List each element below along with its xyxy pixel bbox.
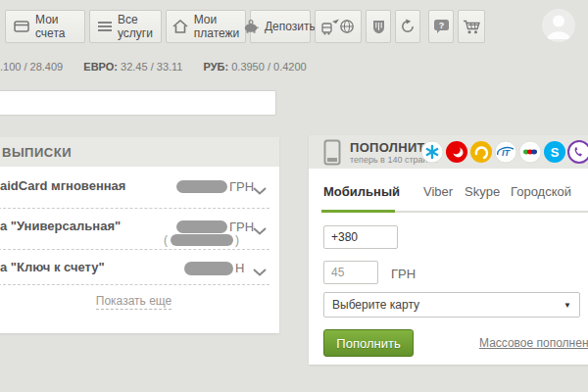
- home-icon: [172, 20, 188, 33]
- phone-icon: [323, 139, 341, 170]
- toolbar-tab-all-services[interactable]: Все услуги: [89, 10, 162, 43]
- rate-label: РУБ:: [204, 61, 229, 73]
- masked-amount: [176, 220, 227, 233]
- account-name: а "Универсальная": [0, 219, 121, 233]
- tab-city[interactable]: Городской: [511, 184, 571, 199]
- show-more-link[interactable]: Показать еще: [0, 294, 279, 308]
- masked-amount: [176, 180, 227, 193]
- rate-value: 0.3950 / 0.4200: [231, 61, 306, 73]
- tab-skype[interactable]: Skype: [465, 184, 500, 199]
- travel-icon: [321, 18, 355, 35]
- viber-logo-icon: [567, 140, 588, 164]
- statements-panel-header: ВЫПИСКИ: [0, 137, 279, 167]
- history-icon: [400, 19, 416, 34]
- select-caret-icon: ▼: [564, 301, 571, 310]
- 3mob-logo-icon: [518, 140, 542, 164]
- toolbar-tab-label: Мои счета: [35, 13, 76, 40]
- tab-viber[interactable]: Viber: [423, 184, 453, 199]
- chevron-down-icon[interactable]: [253, 221, 267, 239]
- topup-panel: ПОПОЛНИТЬ теперь в 140 странах IT: [309, 135, 588, 365]
- account-currency: ГРН: [229, 220, 254, 234]
- skype-logo-icon: S: [543, 140, 566, 164]
- menu-icon: [98, 21, 112, 32]
- currency-rates: .100 / 28.409 ЕВРО: 32.45 / 33.11 РУБ: 0…: [0, 61, 324, 73]
- operator-logos: IT S: [420, 140, 588, 164]
- search-input[interactable]: [0, 90, 276, 116]
- piggy-icon: [243, 20, 259, 33]
- bulk-topup-link[interactable]: Массовое пополнение: [479, 336, 588, 350]
- tab-mobile[interactable]: Мобильный: [323, 184, 400, 199]
- toolbar-button-travel[interactable]: [315, 10, 362, 43]
- toolbar-tab-my-payments[interactable]: Мои платежи: [166, 10, 246, 43]
- account-name: aidCard мгновенная: [0, 178, 125, 193]
- active-tab-underline: [321, 210, 395, 213]
- rate-value: .100 / 28.409: [0, 61, 63, 73]
- help-icon: ?: [433, 19, 450, 34]
- toolbar-tab-label: Все услуги: [118, 13, 153, 40]
- toolbar-tab-label: Мои платежи: [194, 13, 240, 40]
- toolbar-tab-label: Депозиты: [265, 20, 318, 33]
- account-row[interactable]: а "Универсальная" ГРН ( ): [0, 208, 279, 249]
- statements-panel: ВЫПИСКИ aidCard мгновенная ГРН а "Универ…: [0, 137, 279, 333]
- chevron-down-icon[interactable]: [253, 181, 267, 199]
- toolbar-tab-my-accounts[interactable]: Мои счета: [5, 10, 85, 43]
- user-avatar[interactable]: [541, 8, 576, 43]
- vodafone-logo-icon: [445, 140, 468, 164]
- kyivstar-logo-icon: [420, 140, 444, 164]
- topup-submit-button[interactable]: Пополнить: [323, 329, 414, 357]
- trident-icon: [372, 20, 385, 34]
- toolbar-button-history[interactable]: [395, 10, 420, 43]
- amount-input[interactable]: [323, 261, 378, 284]
- toolbar-button-trident[interactable]: [366, 10, 391, 43]
- account-currency: ГРН: [229, 179, 254, 194]
- intertelecom-logo-icon: IT: [494, 140, 517, 164]
- account-currency: Н: [235, 261, 244, 275]
- phone-number-input[interactable]: [323, 225, 398, 249]
- svg-text:?: ?: [438, 21, 444, 30]
- card-icon: [14, 21, 29, 32]
- chevron-down-icon[interactable]: [253, 263, 267, 280]
- topup-panel-header: ПОПОЛНИТЬ теперь в 140 странах IT: [309, 135, 588, 169]
- account-row[interactable]: а "Ключ к счету" Н: [0, 249, 279, 284]
- masked-amount: [184, 262, 233, 275]
- currency-label: ГРН: [391, 267, 416, 281]
- privat24-dashboard: Мои счета Все услуги Мои платежи Депозит…: [0, 0, 588, 392]
- lifecell-logo-icon: [469, 140, 493, 164]
- card-select-value: Выберите карту: [332, 298, 419, 312]
- cart-icon: [463, 20, 481, 34]
- paren-close: ): [235, 233, 239, 247]
- masked-amount-secondary: [171, 234, 233, 246]
- paren-open: (: [164, 233, 168, 247]
- toolbar-tab-deposits[interactable]: Депозиты: [250, 10, 311, 43]
- toolbar-button-help[interactable]: ?: [428, 10, 454, 43]
- toolbar-button-cart[interactable]: [458, 10, 485, 43]
- account-row[interactable]: aidCard мгновенная ГРН: [0, 167, 279, 208]
- account-name: а "Ключ к счету": [0, 260, 105, 274]
- rate-value: 32.45 / 33.11: [121, 61, 182, 73]
- rate-label: ЕВРО:: [83, 61, 118, 73]
- svg-text:S: S: [551, 145, 560, 160]
- row-divider: [0, 284, 270, 285]
- statements-title: ВЫПИСКИ: [2, 145, 72, 160]
- card-select[interactable]: Выберите карту ▼: [323, 292, 580, 318]
